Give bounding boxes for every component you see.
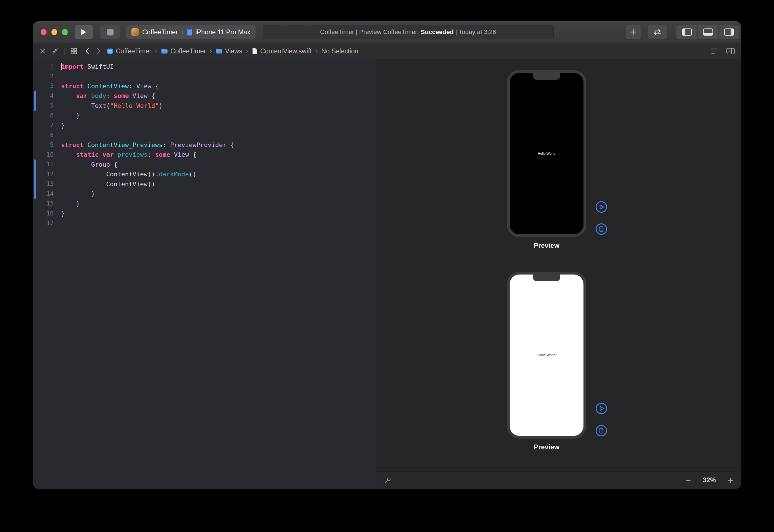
breadcrumb: CoffeeTimer›CoffeeTimer›Views›ContentVie… — [107, 47, 358, 55]
code-line-3[interactable]: 3struct ContentView: View { — [33, 81, 376, 91]
live-preview-button[interactable] — [595, 403, 607, 414]
code-line-8[interactable]: 8 — [33, 130, 376, 140]
destination-name: iPhone 11 Pro Max — [195, 28, 250, 36]
breadcrumb-separator: › — [315, 48, 318, 55]
breadcrumb-label: Views — [225, 47, 242, 55]
scheme-selector[interactable]: CoffeeTimer › iPhone 11 Pro Max — [126, 25, 256, 39]
toggle-navigator-button[interactable] — [676, 25, 697, 39]
line-number: 6 — [33, 112, 54, 119]
stop-button[interactable] — [100, 25, 120, 39]
iphone-preview-dark[interactable]: Hello World — [507, 70, 586, 237]
code-line-1[interactable]: 1import SwiftUI — [33, 62, 376, 72]
fullscreen-window-button[interactable] — [62, 29, 68, 35]
toggle-inspectors-button[interactable] — [718, 25, 739, 39]
related-items-button[interactable] — [70, 48, 77, 55]
swift-file-icon — [252, 48, 258, 55]
status-text-left: CoffeeTimer | Preview CoffeeTimer: — [320, 28, 421, 36]
code-line-11[interactable]: 11 Group { — [33, 160, 376, 169]
code-text: static var previews: some View { — [61, 151, 196, 158]
preview-group-dark: Hello WorldPreview — [507, 70, 626, 250]
preview-on-device-button[interactable] — [595, 223, 607, 235]
zoom-in-button[interactable]: + — [728, 476, 733, 485]
library-button[interactable] — [626, 25, 641, 39]
chevron-separator: › — [181, 28, 184, 36]
phone-notch — [533, 275, 560, 281]
preview-group-light: Hello WorldPreview — [507, 272, 626, 451]
preview-on-device-button[interactable] — [595, 425, 607, 437]
status-text-right: | Today at 3:26 — [454, 28, 496, 36]
line-number: 5 — [33, 102, 54, 109]
code-line-10[interactable]: 10 static var previews: some View { — [33, 150, 376, 160]
code-line-16[interactable]: 16} — [33, 209, 376, 219]
breadcrumb-item-coffeetimer[interactable]: CoffeeTimer — [107, 47, 151, 55]
line-number: 16 — [33, 210, 54, 217]
code-line-9[interactable]: 9struct ContentView_Previews: PreviewPro… — [33, 140, 376, 150]
line-number: 15 — [33, 200, 54, 207]
live-preview-button[interactable] — [595, 201, 607, 213]
code-line-7[interactable]: 7} — [33, 120, 376, 130]
line-number: 17 — [33, 220, 54, 227]
minimize-window-button[interactable] — [51, 29, 57, 35]
code-line-17[interactable]: 17 — [33, 218, 376, 228]
status-text-bold: Succeeded — [421, 28, 454, 36]
pin-preview-button[interactable] — [384, 477, 392, 484]
code-text: ContentView() — [61, 181, 155, 188]
zoom-controls: − 32% + — [686, 476, 733, 485]
line-number: 8 — [33, 132, 54, 139]
play-icon — [81, 29, 87, 35]
source-editor[interactable]: 1import SwiftUI23struct ContentView: Vie… — [33, 59, 376, 489]
close-editor-button[interactable] — [39, 48, 46, 54]
panel-toggle-group — [676, 25, 739, 39]
code-line-6[interactable]: 6 } — [33, 111, 376, 121]
breadcrumb-item-contentview-swift[interactable]: ContentView.swift — [252, 47, 311, 55]
line-number: 1 — [33, 63, 54, 70]
chevron-right-icon — [96, 47, 101, 55]
code-line-12[interactable]: 12 ContentView().darkMode() — [33, 169, 376, 179]
code-line-14[interactable]: 14 } — [33, 189, 376, 199]
editor-options-button[interactable] — [710, 48, 718, 54]
line-number: 10 — [33, 151, 54, 158]
line-number: 12 — [33, 171, 54, 178]
app-scheme-icon — [131, 28, 139, 36]
breadcrumb-label: No Selection — [321, 47, 358, 55]
code-line-4[interactable]: 4 var body: some View { — [33, 91, 376, 101]
breadcrumb-separator: › — [155, 48, 157, 55]
preview-on-device-icon — [595, 223, 607, 235]
code-line-2[interactable]: 2 — [33, 72, 376, 81]
pin-icon — [384, 477, 392, 484]
line-number: 9 — [33, 141, 54, 148]
forward-button[interactable] — [96, 47, 101, 55]
left-panel-icon — [682, 28, 692, 36]
back-button[interactable] — [85, 47, 90, 55]
iphone-preview-light[interactable]: Hello World — [507, 272, 586, 439]
line-number: 3 — [33, 83, 54, 89]
code-line-5[interactable]: 5 Text("Hello World") — [33, 101, 376, 111]
plus-icon — [629, 28, 637, 36]
preview-label: Preview — [507, 242, 586, 250]
zoom-out-button[interactable]: − — [686, 476, 691, 485]
breadcrumb-item-no-selection[interactable]: No Selection — [321, 47, 358, 55]
live-preview-icon — [595, 201, 607, 213]
breadcrumb-item-coffeetimer[interactable]: CoffeeTimer — [161, 47, 206, 55]
add-editor-button[interactable] — [726, 48, 735, 55]
minimize-arrows-icon — [52, 48, 59, 55]
close-window-button[interactable] — [41, 29, 47, 35]
run-button[interactable] — [75, 25, 93, 39]
toggle-debug-area-button[interactable] — [697, 25, 718, 39]
code-text: } — [61, 210, 65, 217]
code-line-15[interactable]: 15 } — [33, 199, 376, 209]
bottom-panel-icon — [703, 28, 713, 36]
toolbar: CoffeeTimer › iPhone 11 Pro Max CoffeeTi… — [33, 21, 741, 43]
line-number: 13 — [33, 181, 54, 187]
code-text: } — [61, 190, 95, 197]
code-line-13[interactable]: 13 ContentView() — [33, 179, 376, 189]
xcode-window: CoffeeTimer › iPhone 11 Pro Max CoffeeTi… — [33, 21, 741, 489]
focus-editor-button[interactable] — [52, 48, 59, 55]
breadcrumb-item-views[interactable]: Views — [216, 47, 242, 55]
window-controls — [41, 29, 68, 35]
line-number: 7 — [33, 122, 54, 129]
scheme-name: CoffeeTimer — [142, 28, 178, 36]
preview-label: Preview — [507, 443, 586, 451]
breadcrumb-label: CoffeeTimer — [116, 47, 151, 55]
swap-editors-button[interactable] — [648, 25, 667, 39]
